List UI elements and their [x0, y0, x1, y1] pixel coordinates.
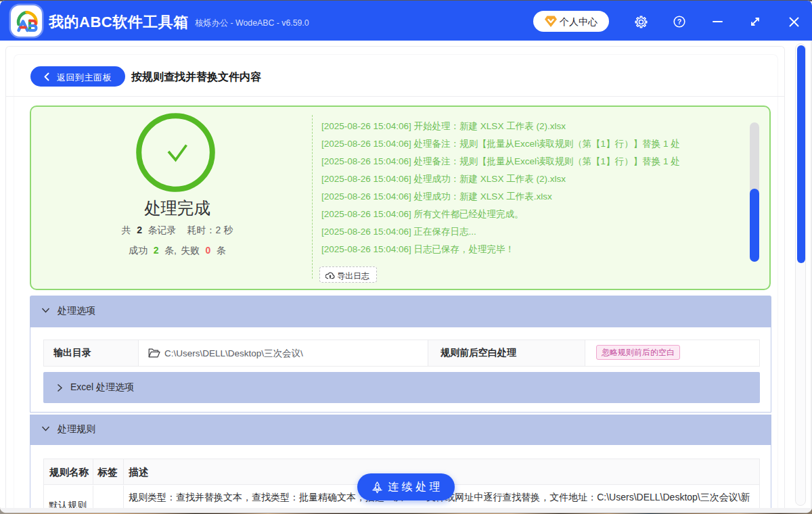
svg-text:?: ?: [677, 18, 681, 26]
